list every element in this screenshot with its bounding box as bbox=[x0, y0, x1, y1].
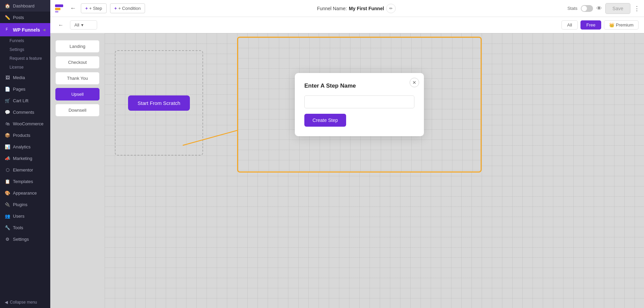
analytics-icon: 📊 bbox=[5, 144, 10, 149]
sidebar-item-media[interactable]: 🖼 Media bbox=[0, 72, 50, 83]
back-icon: ← bbox=[58, 22, 64, 28]
filter-right: All Free 👑 Premium bbox=[561, 20, 639, 30]
filter-all-button[interactable]: All bbox=[561, 20, 578, 30]
sidebar-item-dashboard[interactable]: 🏠 Dashboard bbox=[0, 0, 50, 12]
pages-icon: 📄 bbox=[5, 86, 10, 92]
sidebar-item-users[interactable]: 👥 Users bbox=[0, 210, 50, 222]
sidebar-item-posts[interactable]: ✏️ Posts bbox=[0, 12, 50, 23]
edit-icon: ✏ bbox=[389, 6, 393, 11]
create-step-button[interactable]: Create Step bbox=[304, 114, 346, 127]
sidebar-item-label: Cart Lift bbox=[13, 98, 29, 103]
step-label: + Step bbox=[89, 6, 102, 11]
sidebar-item-label: Marketing bbox=[13, 156, 32, 161]
sidebar-collapse[interactable]: ◀ Collapse menu bbox=[0, 296, 50, 308]
sidebar-item-tools[interactable]: 🔧 Tools bbox=[0, 222, 50, 233]
funnel-name: My First Funnel bbox=[349, 6, 384, 11]
preview-button[interactable]: 👁 bbox=[596, 5, 602, 12]
sidebar: 🏠 Dashboard ✏️ Posts F WP Funnels ◀ Funn… bbox=[0, 0, 50, 308]
step-upsell[interactable]: Upsell bbox=[55, 88, 100, 101]
settings-icon: ⚙ bbox=[5, 236, 10, 242]
comments-icon: 💬 bbox=[5, 109, 10, 115]
sidebar-item-label: Posts bbox=[13, 15, 24, 20]
add-step-button[interactable]: + + Step bbox=[81, 3, 107, 13]
step-landing[interactable]: Landing bbox=[55, 40, 100, 53]
sidebar-item-cart-lift[interactable]: 🛒 Cart Lift bbox=[0, 95, 50, 106]
sidebar-item-label: Products bbox=[13, 133, 30, 138]
more-options-button[interactable]: ⋮ bbox=[634, 5, 640, 12]
sidebar-item-label: Templates bbox=[13, 179, 33, 184]
orange-popup-border: Enter A Step Name ✕ Create Step bbox=[237, 37, 482, 173]
funnel-name-area: Funnel Name: My First Funnel ✏ bbox=[148, 4, 564, 13]
add-condition-button[interactable]: + + Condition bbox=[110, 3, 145, 13]
sidebar-item-woocommerce[interactable]: 🛍 WooCommerce bbox=[0, 118, 50, 129]
sidebar-item-marketing[interactable]: 📣 Marketing bbox=[0, 152, 50, 164]
step-name-input[interactable] bbox=[304, 95, 414, 108]
elementor-icon: ⬡ bbox=[5, 167, 10, 173]
modal-close-button[interactable]: ✕ bbox=[410, 78, 419, 87]
stats-label: Stats bbox=[567, 6, 577, 11]
sidebar-item-templates[interactable]: 📋 Templates bbox=[0, 176, 50, 187]
all-label: All bbox=[567, 22, 572, 28]
sidebar-item-label: Comments bbox=[13, 110, 34, 115]
premium-label: Premium bbox=[616, 22, 633, 28]
sidebar-item-analytics[interactable]: 📊 Analytics bbox=[0, 141, 50, 152]
filter-free-button[interactable]: Free bbox=[580, 20, 601, 30]
sidebar-item-label: Settings bbox=[13, 237, 29, 242]
sidebar-item-label: Media bbox=[13, 75, 25, 80]
steps-panel: Landing Checkout Thank You Upsell Downse… bbox=[50, 33, 105, 308]
app-logo bbox=[54, 4, 64, 13]
sub-label: Funnels bbox=[10, 38, 24, 43]
topbar-back-button[interactable]: ← bbox=[69, 3, 77, 13]
canvas-toolbar: ← All ▾ All Free 👑 Premium bbox=[50, 17, 644, 33]
dashboard-icon: 🏠 bbox=[5, 3, 10, 8]
sidebar-item-label: WP Funnels bbox=[13, 27, 40, 33]
sidebar-item-elementor[interactable]: ⬡ Elementor bbox=[0, 164, 50, 176]
templates-icon: 📋 bbox=[5, 179, 10, 184]
content-area: Landing Checkout Thank You Upsell Downse… bbox=[50, 33, 644, 308]
sidebar-item-products[interactable]: 📦 Products bbox=[0, 129, 50, 141]
crown-icon: 👑 bbox=[609, 22, 614, 28]
users-icon: 👥 bbox=[5, 213, 10, 219]
sidebar-item-comments[interactable]: 💬 Comments bbox=[0, 106, 50, 118]
sidebar-item-settings[interactable]: ⚙ Settings bbox=[0, 233, 50, 245]
plugins-icon: 🔌 bbox=[5, 202, 10, 207]
eye-icon: 👁 bbox=[596, 5, 602, 12]
sidebar-item-appearance[interactable]: 🎨 Appearance bbox=[0, 187, 50, 199]
filter-premium-button[interactable]: 👑 Premium bbox=[604, 20, 639, 30]
svg-rect-4 bbox=[55, 11, 58, 13]
topbar-right: Stats 👁 Save ⋮ bbox=[567, 3, 640, 14]
edit-funnel-name-button[interactable]: ✏ bbox=[386, 4, 396, 13]
marketing-icon: 📣 bbox=[5, 156, 10, 161]
chevron-left-icon: ◀ bbox=[43, 28, 46, 32]
collapse-label: Collapse menu bbox=[10, 300, 37, 305]
sidebar-item-label: Dashboard bbox=[13, 3, 35, 8]
cart-lift-icon: 🛒 bbox=[5, 98, 10, 103]
start-from-scratch-button[interactable]: Start From Scratch bbox=[128, 95, 190, 111]
sidebar-item-plugins[interactable]: 🔌 Plugins bbox=[0, 199, 50, 210]
chevron-down-icon: ▾ bbox=[81, 22, 84, 28]
sidebar-item-label: WooCommerce bbox=[13, 121, 43, 126]
step-thank-you[interactable]: Thank You bbox=[55, 72, 100, 85]
filter-all-label: All bbox=[74, 22, 79, 28]
stats-toggle[interactable] bbox=[581, 5, 593, 12]
sidebar-item-wp-funnels[interactable]: F WP Funnels ◀ bbox=[0, 23, 50, 36]
sub-label: Settings bbox=[10, 47, 24, 52]
sidebar-sub-funnels[interactable]: Funnels bbox=[0, 36, 50, 45]
sidebar-sub-request-feature[interactable]: Request a feature bbox=[0, 54, 50, 63]
save-button[interactable]: Save bbox=[605, 3, 630, 14]
sidebar-sub-license[interactable]: License bbox=[0, 63, 50, 72]
sidebar-sub-settings[interactable]: Settings bbox=[0, 45, 50, 54]
filter-dropdown[interactable]: All ▾ bbox=[70, 20, 97, 30]
wp-funnels-icon: F bbox=[5, 26, 10, 33]
svg-rect-3 bbox=[55, 8, 60, 10]
close-icon: ✕ bbox=[412, 80, 416, 85]
step-checkout[interactable]: Checkout bbox=[55, 56, 100, 69]
sidebar-item-label: Tools bbox=[13, 225, 23, 230]
free-label: Free bbox=[586, 22, 595, 28]
more-icon: ⋮ bbox=[634, 5, 640, 12]
canvas-back-button[interactable]: ← bbox=[56, 20, 66, 30]
funnel-name-label: Funnel Name: bbox=[317, 6, 347, 11]
step-downsell[interactable]: Downsell bbox=[55, 104, 100, 116]
condition-label: + Condition bbox=[118, 6, 141, 11]
sidebar-item-pages[interactable]: 📄 Pages bbox=[0, 83, 50, 95]
